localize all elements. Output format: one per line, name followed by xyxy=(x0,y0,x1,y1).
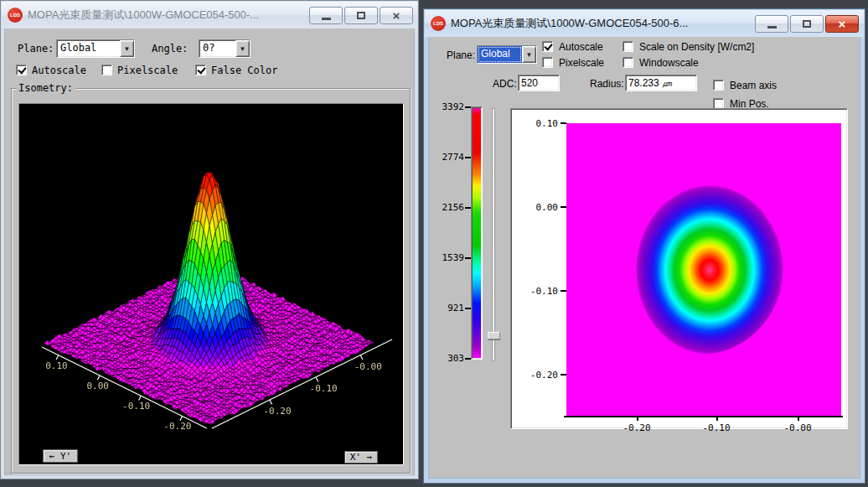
close-button[interactable]: × xyxy=(380,7,413,24)
colorbar-tick-label: 2156 xyxy=(431,202,464,213)
scale-density-checkbox[interactable] xyxy=(623,41,633,52)
autoscale-checkbox[interactable] xyxy=(542,41,553,52)
pixelscale-label: Pixelscale xyxy=(117,65,178,76)
map-y-tick-label: 0.00 xyxy=(519,202,558,213)
pixelscale-checkbox[interactable] xyxy=(101,65,112,75)
app-logo-icon: LDS xyxy=(8,8,23,23)
windowscale-checkbox[interactable] xyxy=(623,57,633,68)
map-x-tick-label: -0.10 xyxy=(693,422,740,433)
x-axis-button[interactable]: X' → xyxy=(344,451,378,464)
angle-value: 0? xyxy=(199,40,235,57)
colorbar-tickmark xyxy=(465,358,471,360)
map-y-tickmark xyxy=(561,206,566,208)
plane-dropdown[interactable]: Global ▼ xyxy=(56,39,135,58)
beam-map-image[interactable] xyxy=(566,123,841,416)
windowscale-label: Windowscale xyxy=(639,57,699,69)
close-button[interactable]: × xyxy=(825,15,859,33)
maximize-icon xyxy=(357,12,365,19)
radius-input[interactable] xyxy=(625,75,697,91)
isometry-3d-surface[interactable] xyxy=(19,104,403,464)
intensity-colorbar xyxy=(471,106,483,360)
minimize-icon xyxy=(322,18,331,20)
pixelscale-label: Pixelscale xyxy=(559,57,604,69)
maximize-button[interactable] xyxy=(344,7,378,24)
colorbar-slider-thumb[interactable] xyxy=(488,332,500,339)
colorbar-tick-label: 921 xyxy=(431,303,464,313)
minimize-button[interactable] xyxy=(755,15,788,33)
beam-map-panel: 0.100.00-0.10-0.20-0.20-0.10-0.00 xyxy=(510,108,848,429)
map-y-tickmark xyxy=(561,122,566,124)
autoscale-checkbox[interactable] xyxy=(16,65,27,75)
map-x-axis-line xyxy=(564,416,843,417)
map-x-tickmark xyxy=(716,416,718,421)
colorbar-tick-label: 1539 xyxy=(431,252,464,263)
isometry-plot-area[interactable]: ← Y' X' → xyxy=(18,103,404,465)
plane-value: Global xyxy=(478,46,522,63)
colorbar-tickmark xyxy=(465,257,471,259)
map-y-tickmark xyxy=(561,374,566,376)
colorbar-tickmark xyxy=(465,207,471,209)
map-y-tickmark xyxy=(561,290,566,292)
radius-label: Radius: xyxy=(590,78,624,90)
maximize-icon xyxy=(803,20,811,28)
chevron-down-icon[interactable]: ▼ xyxy=(120,40,134,57)
colorbar-slider-track[interactable] xyxy=(492,108,495,361)
close-icon: × xyxy=(393,9,400,22)
minimize-icon xyxy=(767,26,777,28)
beam-axis-checkbox[interactable] xyxy=(713,80,724,91)
y-axis-button[interactable]: ← Y' xyxy=(43,449,78,463)
false-color-label: False Color xyxy=(211,65,285,76)
plane-label: Plane: xyxy=(18,43,54,54)
adc-input[interactable] xyxy=(518,75,560,91)
plane-label: Plane: xyxy=(447,49,475,61)
false-color-checkbox[interactable] xyxy=(195,65,206,75)
map-x-tick-label: -0.00 xyxy=(774,422,821,433)
colorbar-tick-label: 3392 xyxy=(431,101,464,112)
map-y-tick-label: -0.10 xyxy=(519,286,558,297)
maximize-button[interactable] xyxy=(790,15,824,33)
beam-axis-label: Beam axis xyxy=(730,80,777,91)
colorbar-tickmark xyxy=(465,308,471,309)
plane-value: Global xyxy=(57,40,120,57)
window-title: MOPA光束质量测试\1000W-GMOCE054-500-6... xyxy=(451,16,688,31)
window-title: MOPA光束质量测试\1000W-GMOCE054-500-... xyxy=(28,8,259,23)
chevron-down-icon[interactable]: ▼ xyxy=(522,46,536,63)
map-y-tick-label: -0.20 xyxy=(519,370,558,381)
beam-map-window: LDS MOPA光束质量测试\1000W-GMOCE054-500-6... ×… xyxy=(423,8,865,484)
adc-label: ADC: xyxy=(493,78,517,90)
minimize-button[interactable] xyxy=(309,7,343,24)
autoscale-label: Autoscale xyxy=(32,65,86,76)
beam-spot xyxy=(616,182,783,355)
colorbar-tick-label: 2774 xyxy=(431,152,464,163)
scale-density-label: Scale on Density [W/cm2] xyxy=(639,41,754,53)
pixelscale-checkbox[interactable] xyxy=(542,57,553,68)
colorbar-tick-label: 303 xyxy=(431,353,464,364)
angle-dropdown[interactable]: 0? ▼ xyxy=(199,39,251,58)
plane-dropdown[interactable]: Global ▼ xyxy=(477,45,537,64)
map-x-tick-label: -0.20 xyxy=(613,422,660,433)
colorbar-tickmark xyxy=(465,157,471,158)
close-icon: × xyxy=(839,18,846,30)
chevron-down-icon[interactable]: ▼ xyxy=(235,40,250,57)
autoscale-label: Autoscale xyxy=(559,41,603,53)
app-logo-icon: LDS xyxy=(431,16,446,31)
angle-label: Angle: xyxy=(152,43,188,54)
colorbar-tickmark xyxy=(465,106,471,108)
map-y-tick-label: 0.10 xyxy=(519,118,558,129)
map-x-tickmark xyxy=(798,416,799,421)
isometry-window: LDS MOPA光束质量测试\1000W-GMOCE054-500-... × … xyxy=(0,0,419,479)
map-x-tickmark xyxy=(637,416,638,421)
isometry-groupbox-label: Isometry: xyxy=(16,82,75,94)
